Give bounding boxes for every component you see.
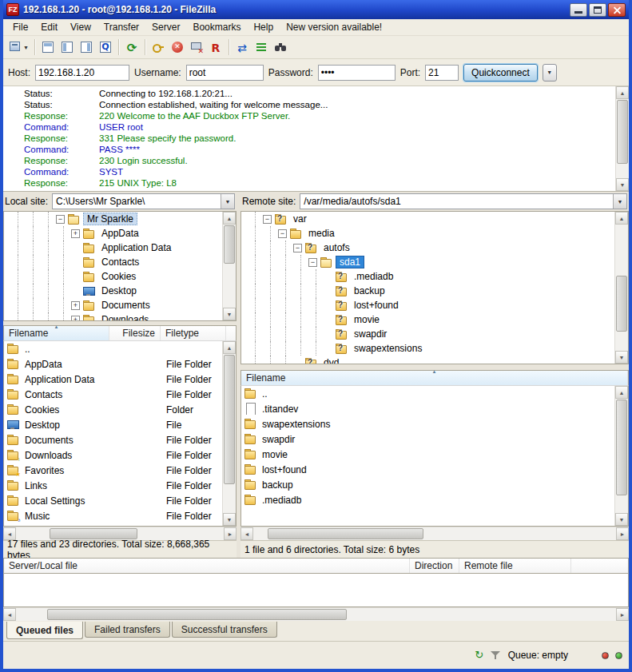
expand-icon[interactable]: +: [71, 229, 80, 238]
host-input[interactable]: [35, 65, 129, 81]
remote-site-combobox[interactable]: /var/media/autofs/sda1: [300, 193, 627, 209]
local-file-row[interactable]: Local SettingsFile Folder: [4, 493, 236, 508]
scrollbar-thumb[interactable]: [47, 609, 347, 620]
scroll-right-button[interactable]: [616, 527, 629, 540]
combo-dropdown-icon[interactable]: [221, 194, 234, 209]
scroll-up-button[interactable]: [223, 212, 236, 225]
toggle-remote-tree-button[interactable]: [77, 38, 96, 57]
menu-item-view[interactable]: View: [64, 20, 97, 34]
scrollbar-thumb[interactable]: [616, 276, 627, 332]
scroll-up-button[interactable]: [615, 386, 628, 399]
local-tree-item-mr-sparkle[interactable]: −Mr Sparkle: [4, 212, 236, 226]
local-file-row[interactable]: DesktopFile: [4, 417, 236, 432]
remote-tree-item-var[interactable]: −?var: [241, 212, 628, 226]
remote-list-scrollbar[interactable]: [614, 386, 628, 526]
reconnect-button[interactable]: [206, 38, 225, 57]
local-tree-item-documents[interactable]: +Documents: [4, 298, 236, 312]
minimize-button[interactable]: [570, 3, 587, 17]
tab-successful-transfers[interactable]: Successful transfers: [172, 622, 277, 638]
menu-item-edit[interactable]: Edit: [34, 20, 64, 34]
find-files-button[interactable]: [271, 38, 290, 57]
scroll-down-button[interactable]: [615, 513, 628, 526]
local-file-row[interactable]: ..: [4, 341, 236, 356]
menu-item-server[interactable]: Server: [145, 20, 186, 34]
log-scrollbar[interactable]: [615, 86, 629, 191]
remote-horizontal-scrollbar[interactable]: [240, 527, 629, 540]
cancel-button[interactable]: [168, 38, 187, 57]
scroll-left-button[interactable]: [3, 608, 16, 621]
collapse-icon[interactable]: −: [56, 215, 65, 224]
scroll-right-button[interactable]: [224, 527, 237, 540]
remote-column-header-filename[interactable]: Filename: [241, 371, 628, 385]
remote-file-row[interactable]: .titandev: [241, 401, 628, 416]
remote-tree-item-sda1[interactable]: −sda1: [241, 255, 628, 269]
local-file-row[interactable]: ♪MusicFile Folder: [4, 508, 236, 523]
expand-icon[interactable]: +: [71, 301, 80, 310]
password-input[interactable]: [318, 65, 395, 81]
toggle-local-tree-button[interactable]: [58, 38, 77, 57]
scrollbar-thumb[interactable]: [50, 528, 137, 539]
port-input[interactable]: [425, 65, 459, 81]
remote-file-row[interactable]: .mediadb: [241, 492, 628, 507]
queue-column-header-remote-file[interactable]: Remote file: [459, 559, 571, 573]
close-button[interactable]: [608, 3, 626, 17]
scroll-up-button[interactable]: [616, 86, 629, 99]
remote-tree-item-swapdir[interactable]: ?swapdir: [241, 327, 628, 341]
scrollbar-thumb[interactable]: [224, 355, 235, 484]
remote-tree-scrollbar[interactable]: [614, 212, 628, 364]
menu-item-new-version-available[interactable]: New version available!: [280, 20, 388, 34]
scroll-down-button[interactable]: [616, 178, 629, 191]
remote-file-row[interactable]: swapextensions: [241, 416, 628, 431]
scrollbar-thumb[interactable]: [616, 400, 627, 495]
local-file-row[interactable]: ContactsFile Folder: [4, 387, 236, 402]
refresh-button[interactable]: [122, 38, 141, 57]
scroll-up-button[interactable]: [223, 341, 236, 354]
local-column-header-filesize[interactable]: Filesize: [109, 326, 161, 340]
scroll-right-button[interactable]: [616, 608, 629, 621]
username-input[interactable]: [186, 65, 264, 81]
scroll-up-button[interactable]: [615, 212, 628, 225]
menu-item-transfer[interactable]: Transfer: [97, 20, 145, 34]
remote-tree-item-backup[interactable]: ?backup: [241, 284, 628, 298]
scroll-down-button[interactable]: [615, 351, 628, 364]
toggle-queue-button[interactable]: [96, 38, 115, 57]
local-file-row[interactable]: ★FavoritesFile Folder: [4, 463, 236, 478]
scrollbar-thumb[interactable]: [224, 225, 235, 264]
local-list-scrollbar[interactable]: [222, 341, 236, 526]
filter-icon[interactable]: [491, 650, 500, 660]
collapse-icon[interactable]: −: [308, 258, 317, 267]
local-tree-item-downloads[interactable]: +↓Downloads: [4, 312, 236, 321]
scroll-down-button[interactable]: [223, 308, 236, 320]
tab-failed-transfers[interactable]: Failed transfers: [85, 622, 170, 638]
queue-horizontal-scrollbar[interactable]: [3, 607, 629, 621]
process-queue-button[interactable]: [149, 38, 168, 57]
disconnect-button[interactable]: [187, 38, 206, 57]
remote-tree-item-mediadb[interactable]: ?.mediadb: [241, 269, 628, 284]
local-file-row[interactable]: ↓DownloadsFile Folder: [4, 447, 236, 463]
remote-file-row[interactable]: movie: [241, 447, 628, 462]
local-file-row[interactable]: CookiesFolder: [4, 402, 236, 417]
local-column-header-filetype[interactable]: Filetype: [161, 326, 226, 340]
collapse-icon[interactable]: −: [278, 229, 287, 238]
maximize-button[interactable]: [589, 3, 606, 17]
site-manager-button[interactable]: [6, 38, 31, 57]
remote-tree-item-swapextensions[interactable]: ?swapextensions: [241, 341, 628, 356]
local-tree-item-contacts[interactable]: Contacts: [4, 255, 236, 269]
expand-icon[interactable]: +: [71, 316, 80, 322]
local-tree-scrollbar[interactable]: [222, 212, 236, 320]
scroll-left-button[interactable]: [3, 527, 16, 540]
quickconnect-dropdown-button[interactable]: ▼: [543, 64, 557, 82]
local-file-row[interactable]: DocumentsFile Folder: [4, 432, 236, 447]
toggle-message-log-button[interactable]: [38, 38, 58, 57]
queue-column-header-server-local-file[interactable]: Server/Local file: [4, 559, 410, 573]
local-tree-item-cookies[interactable]: Cookies: [4, 269, 236, 284]
scrollbar-thumb[interactable]: [617, 100, 628, 164]
local-tree-item-appdata[interactable]: +AppData: [4, 226, 236, 241]
collapse-icon[interactable]: −: [263, 215, 272, 224]
local-horizontal-scrollbar[interactable]: [3, 527, 237, 540]
remote-file-row[interactable]: swapdir: [241, 431, 628, 447]
scrollbar-thumb[interactable]: [268, 528, 423, 539]
local-file-row[interactable]: AppDataFile Folder: [4, 356, 236, 372]
scroll-left-button[interactable]: [240, 527, 253, 540]
remote-file-row[interactable]: ..: [241, 386, 628, 401]
